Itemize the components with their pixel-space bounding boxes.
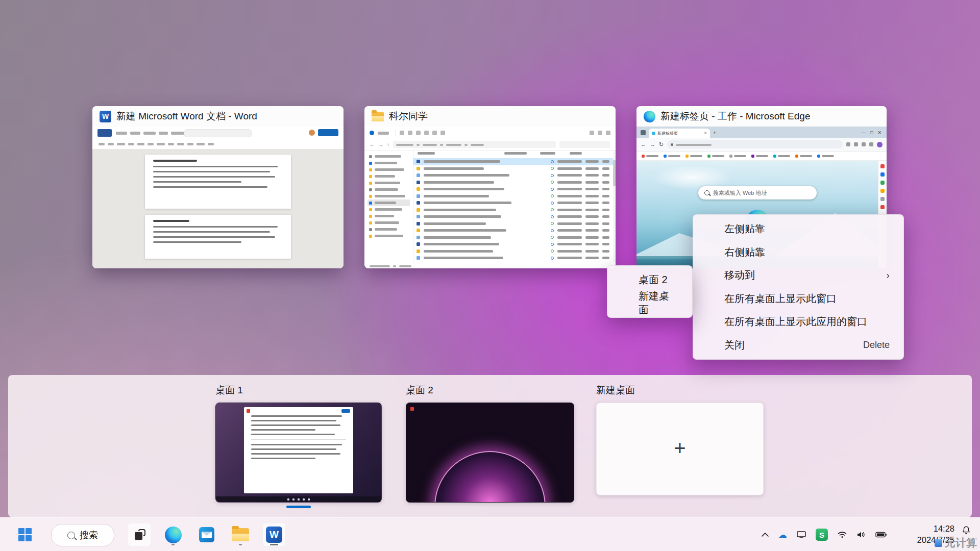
menu-item-label: 新建桌面 [639, 289, 678, 317]
lock-icon [671, 143, 673, 146]
decor [232, 526, 239, 529]
onedrive-tray-button[interactable]: ☁ [777, 529, 789, 541]
decor [368, 213, 410, 219]
battery-button[interactable] [874, 530, 888, 539]
decor [375, 168, 404, 171]
decor [795, 155, 812, 158]
search-label: 搜索 [80, 529, 98, 541]
menu-item-show-window-all-desktops[interactable]: 在所有桌面上显示此窗口 [696, 287, 901, 311]
decor [841, 536, 843, 538]
decor [416, 201, 420, 205]
decor [797, 532, 805, 537]
decor [368, 233, 410, 239]
submenu-item-new-desktop[interactable]: 新建桌面 [610, 292, 690, 315]
cast-tray-button[interactable] [795, 530, 807, 540]
doc-lines [251, 444, 346, 459]
decor [685, 155, 702, 158]
decor [413, 220, 616, 228]
decor [369, 175, 372, 178]
notification-bell-button[interactable] [959, 525, 974, 537]
taskbar-search[interactable]: 搜索 [51, 524, 114, 546]
menu-item-snap-right[interactable]: 右侧贴靠 [696, 241, 901, 264]
copy-icon [408, 131, 412, 135]
ribbon-icons [99, 139, 217, 148]
new-desktop-button[interactable]: + [596, 403, 764, 495]
decor [413, 241, 616, 248]
decor [368, 219, 410, 226]
favorites-icon [846, 142, 850, 146]
decor [416, 194, 420, 198]
running-indicator [172, 544, 175, 545]
folder-icon [232, 528, 249, 541]
decor [370, 265, 390, 267]
decor [762, 533, 768, 536]
decor [26, 528, 32, 534]
window-thumbnail-word[interactable]: W 新建 Microsoft Word 文档 - Word [92, 106, 344, 268]
menu-item-close[interactable]: 关闭 Delete [696, 334, 901, 357]
desktop-1-thumbnail[interactable] [215, 403, 382, 503]
edge-toolbar: ← → ↻ [636, 138, 887, 152]
outlook-taskbar-button[interactable] [195, 523, 218, 546]
decor [585, 243, 599, 245]
desktop-2-thumbnail[interactable] [406, 403, 574, 503]
decor [863, 534, 863, 536]
decor [585, 160, 599, 163]
file-explorer-taskbar-button[interactable] [229, 523, 252, 546]
decor [251, 453, 340, 455]
menu-item-move-to[interactable]: 移动到 › [696, 264, 901, 287]
submenu-item-desktop-2[interactable]: 桌面 2 [610, 268, 690, 292]
decor [368, 180, 410, 186]
decor [369, 215, 372, 218]
decor [423, 144, 437, 146]
doc-text-block [153, 166, 283, 188]
decor [251, 434, 335, 435]
decor [664, 155, 667, 158]
desktop-1-label[interactable]: 桌面 1 [215, 384, 243, 397]
decor [965, 533, 967, 534]
window-controls: — □ ✕ [861, 130, 881, 135]
decor [729, 155, 746, 158]
decor [642, 155, 645, 158]
recording-badge [410, 407, 414, 411]
word-document-area [92, 149, 344, 268]
decor [368, 226, 410, 233]
decor [251, 458, 315, 459]
decor [585, 181, 599, 184]
tray-chevron-button[interactable] [760, 531, 770, 538]
decor [369, 168, 372, 171]
decor [585, 202, 599, 204]
decor [375, 221, 399, 224]
decor [773, 155, 790, 158]
decor [177, 143, 184, 145]
decor [585, 215, 599, 218]
start-button[interactable] [13, 523, 37, 546]
decor [187, 143, 193, 145]
sogou-input-button[interactable]: S [814, 527, 829, 542]
task-view-button[interactable] [128, 523, 151, 546]
decor [602, 236, 609, 239]
wifi-button[interactable] [836, 530, 848, 540]
decor [369, 162, 372, 165]
decor [251, 420, 336, 421]
window-thumbnail-explorer[interactable]: 科尔同学 ← → ↑ [364, 106, 616, 268]
edge-taskbar-button[interactable] [161, 523, 185, 546]
desktop-2-label[interactable]: 桌面 2 [406, 384, 433, 397]
decor [551, 215, 554, 218]
decor [602, 202, 609, 204]
menu-item-show-app-windows-all-desktops[interactable]: 在所有桌面上显示此应用的窗口 [696, 310, 901, 334]
word-taskbar-button[interactable]: W [262, 523, 286, 546]
volume-button[interactable] [855, 530, 867, 540]
decor [602, 222, 609, 225]
decor [202, 532, 212, 538]
forward-arrow-icon: → [378, 142, 383, 147]
decor [368, 173, 410, 180]
decor [303, 498, 305, 500]
decor [128, 143, 134, 145]
share-button [318, 129, 338, 136]
new-label [378, 128, 392, 137]
new-desktop-label[interactable]: 新建桌面 [596, 384, 635, 397]
decor [413, 227, 616, 234]
active-tab: 新建标签页 ✕ [649, 129, 710, 138]
menu-item-snap-left[interactable]: 左侧贴靠 [696, 217, 901, 241]
explorer-search-box [559, 141, 610, 148]
